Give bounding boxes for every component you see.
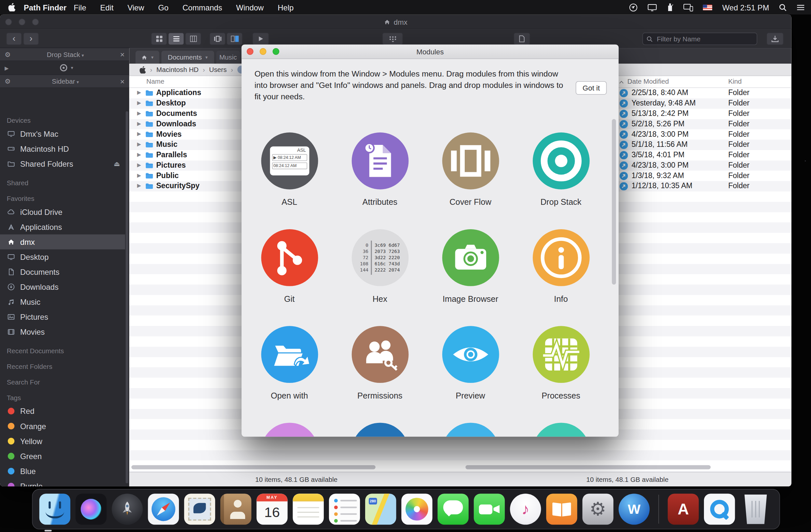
column-view-button[interactable] [185, 33, 201, 45]
dialog-scrollbar[interactable] [612, 119, 616, 285]
sidebar-item-dmx-s-mac[interactable]: Dmx's Mac [0, 126, 125, 141]
spotlight-search-icon[interactable] [779, 3, 786, 11]
module-partial-2[interactable] [425, 412, 516, 437]
module-permissions[interactable]: Permissions [335, 316, 425, 412]
sidebar-item-red[interactable]: Red [0, 404, 125, 419]
disclosure-triangle-icon[interactable]: ▶ [137, 172, 141, 178]
list-view-button[interactable] [168, 33, 184, 45]
sidebar-item-pictures[interactable]: Pictures [0, 309, 125, 324]
breadcrumb-users[interactable]: Users [209, 66, 227, 74]
menu-go[interactable]: Go [158, 3, 169, 12]
zoom-button[interactable] [273, 48, 279, 55]
module-partial-0[interactable] [244, 412, 335, 437]
sidebar-item-shared-folders[interactable]: Shared Folders⏏ [0, 156, 125, 171]
disclosure-triangle-icon[interactable]: ▶ [137, 120, 141, 126]
sidebar-item-orange[interactable]: Orange [0, 419, 125, 434]
module-hex[interactable]: 036721081443c69 6d672073 72633d22 222061… [335, 219, 425, 316]
dock-icon-trash[interactable] [740, 493, 771, 525]
sidebar-item-documents[interactable]: Documents [0, 264, 125, 279]
sidebar-item-desktop[interactable]: Desktop [0, 249, 125, 264]
dock-icon-notes[interactable] [293, 493, 324, 525]
action-menu-button[interactable] [382, 33, 403, 45]
sidebar-item-applications[interactable]: Applications [0, 219, 125, 234]
dock-icon-mail[interactable] [184, 493, 215, 525]
dock-icon-siri[interactable] [76, 493, 106, 525]
module-partial-3[interactable] [516, 412, 606, 437]
dock-icon-messages[interactable] [438, 493, 469, 525]
tab-music[interactable]: Music [216, 51, 240, 64]
disclosure-triangle-icon[interactable]: ▶ [137, 162, 141, 167]
menu-bar-clock[interactable]: Wed 2:51 PM [722, 3, 769, 12]
disclosure-triangle-icon[interactable]: ▶ [137, 100, 141, 106]
disclosure-triangle-icon[interactable]: ▶ [137, 141, 141, 147]
display-status-icon[interactable] [648, 3, 657, 11]
sidebar-item-blue[interactable]: Blue [0, 463, 125, 478]
column-header-date-modified[interactable]: Date Modified [627, 77, 669, 85]
menu-window[interactable]: Window [236, 3, 264, 12]
app-menu-title[interactable]: Path Finder [24, 3, 66, 12]
horizontal-scrollbar-right-pane[interactable] [465, 465, 710, 470]
back-button[interactable]: ‹ [6, 33, 22, 45]
dock-icon-reminders[interactable] [329, 493, 360, 525]
got-it-button[interactable]: Got it [576, 81, 607, 95]
menu-edit[interactable]: Edit [100, 3, 113, 12]
navigation-status-icon[interactable] [629, 3, 638, 12]
module-asl[interactable]: ASL▶ 08:24:12 AM08:24:12 AMASL [244, 122, 335, 219]
remote-status-icon[interactable] [667, 3, 674, 11]
dock-icon-safari[interactable] [148, 493, 179, 525]
menu-commands[interactable]: Commands [183, 3, 222, 12]
module-preview[interactable]: Preview [425, 316, 516, 412]
disclosure-triangle-icon[interactable]: ▶ [137, 183, 141, 188]
module-image-browser[interactable]: Image Browser [425, 219, 516, 316]
sidebar-item-macintosh-hd[interactable]: Macintosh HD [0, 141, 125, 156]
eject-icon[interactable]: ⏏ [113, 160, 125, 168]
module-attributes[interactable]: Attributes [335, 122, 425, 219]
horizontal-scrollbar-left-pane[interactable] [132, 465, 376, 470]
dock-icon-maps[interactable]: 280 [365, 493, 396, 525]
module-processes[interactable]: Processes [516, 316, 606, 412]
module-partial-1[interactable] [335, 412, 425, 437]
menu-file[interactable]: File [74, 3, 86, 12]
dock-icon-photos[interactable] [401, 493, 432, 525]
dock-icon-launchpad[interactable] [112, 493, 142, 525]
module-git[interactable]: Git [244, 219, 335, 316]
cover-flow-button[interactable] [210, 33, 226, 45]
module-cover-flow[interactable]: Cover Flow [425, 122, 516, 219]
devices-status-icon[interactable] [684, 3, 693, 11]
disclosure-triangle-icon[interactable]: ▶ [137, 152, 141, 157]
close-icon[interactable]: × [120, 50, 125, 58]
minimize-button[interactable] [260, 48, 266, 55]
sidebar-item-yellow[interactable]: Yellow [0, 434, 125, 449]
sidebar-item-downloads[interactable]: Downloads [0, 279, 125, 294]
menu-view[interactable]: View [127, 3, 144, 12]
dock-icon-quicktime[interactable] [704, 493, 735, 525]
close-button[interactable] [247, 48, 254, 55]
sidebar-scrollbar[interactable] [126, 111, 128, 484]
forward-button[interactable]: › [24, 33, 39, 45]
menu-help[interactable]: Help [278, 3, 293, 12]
sidebar-item-purple[interactable]: Purple [0, 478, 125, 486]
module-info[interactable]: Info [516, 219, 606, 316]
dock-icon-calendar[interactable]: MAY16 [257, 493, 287, 525]
dual-pane-button[interactable] [227, 33, 243, 45]
download-button[interactable] [766, 33, 783, 45]
dock-icon-finder[interactable] [40, 493, 70, 525]
close-icon[interactable]: × [120, 77, 125, 85]
apple-menu[interactable] [6, 3, 18, 11]
drop-stack-panel-title[interactable]: Drop Stack▾ [11, 50, 120, 58]
filter-input[interactable] [656, 34, 753, 43]
dock-icon-system-preferences[interactable] [583, 493, 613, 525]
disclosure-triangle-icon[interactable]: ▶ [137, 110, 141, 116]
close-button[interactable] [5, 18, 12, 26]
gear-icon[interactable]: ⚙ [4, 50, 11, 58]
sidebar-item-dmx[interactable]: dmx [0, 234, 125, 249]
sidebar-item-music[interactable]: Music [0, 294, 125, 309]
zoom-button[interactable] [32, 18, 39, 26]
breadcrumb-macintosh-hd[interactable]: Macintosh HD [156, 66, 199, 74]
module-drop-stack[interactable]: Drop Stack [516, 122, 606, 219]
module-open-with[interactable]: Open with [244, 316, 335, 412]
dock-icon-ibooks[interactable] [546, 493, 577, 525]
dock-icon-acrobat[interactable]: A [668, 493, 699, 525]
play-icon[interactable]: ▶ [4, 65, 9, 70]
minimize-button[interactable] [18, 18, 25, 26]
